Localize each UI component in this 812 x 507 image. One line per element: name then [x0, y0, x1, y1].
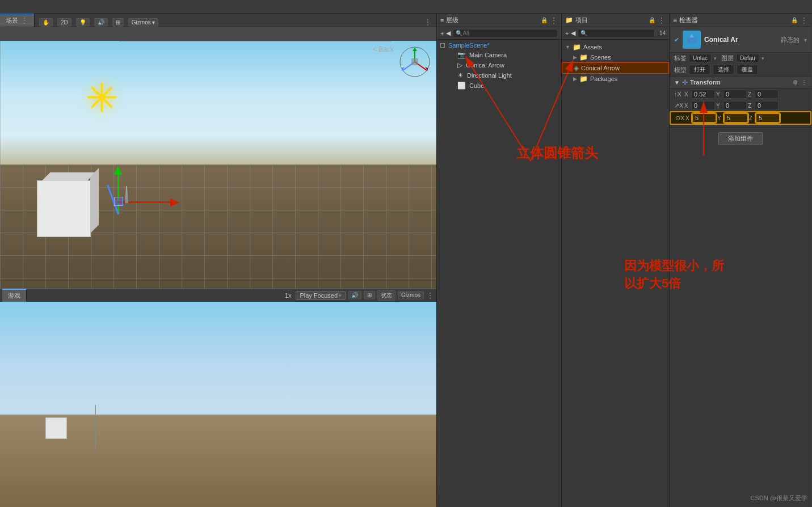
hierarchy-back-btn[interactable]: ◀ — [446, 29, 451, 37]
project-item-conical-arrow[interactable]: ◈ Conical Arrow — [562, 62, 669, 74]
hand-tool-btn[interactable]: ✋ — [39, 18, 53, 27]
project-item[interactable]: ▶ 📁 Scenes — [562, 52, 669, 62]
inspector-lock-icon[interactable]: 🔒 — [791, 17, 798, 23]
obj-active-checkbox[interactable]: ✔ — [674, 36, 679, 44]
hierarchy-item[interactable]: ⬜ Cube — [437, 81, 561, 91]
search-icon: 🔍 — [456, 30, 462, 36]
scenes-label: Scenes — [590, 54, 611, 61]
play-focused-btn[interactable]: Play Focused ▾ — [296, 291, 346, 300]
hierarchy-add-btn[interactable]: + — [440, 30, 444, 37]
scene-tab-more[interactable]: ⋮ — [20, 16, 28, 25]
project-add-btn[interactable]: + — [565, 30, 569, 37]
gizmos-btn[interactable]: Gizmos ▾ — [128, 18, 159, 27]
rotation-label: ↗X — [674, 102, 682, 109]
project-lock-icon[interactable]: 🔒 — [649, 17, 655, 23]
project-more-icon[interactable]: ⋮ — [658, 16, 666, 25]
left-ruler — [0, 41, 1, 288]
scene-tab-bar: 场景 ⋮ ✋ 2D 💡 🔊 ⊞ Gizmos ▾ ⋮ — [0, 14, 436, 27]
hierarchy-sub-toolbar: + ◀ 🔍 — [437, 27, 561, 40]
project-title: 项目 — [575, 16, 646, 24]
hierarchy-item[interactable]: ▷ Conical Arrow — [437, 60, 561, 70]
pos-z-input[interactable] — [755, 90, 779, 99]
hierarchy-search-input[interactable] — [462, 30, 555, 36]
gizmo-y-arrow — [114, 166, 122, 175]
game-more-btn[interactable]: ⋮ — [426, 291, 434, 300]
project-header: 📁 项目 🔒 ⋮ — [562, 14, 669, 27]
hierarchy-item[interactable]: ☀ Directional Light — [437, 70, 561, 81]
select-btn[interactable]: 选择 — [713, 65, 734, 75]
back-btn[interactable]: < Back — [373, 45, 394, 53]
packages-expand-arrow: ▶ — [573, 76, 577, 82]
prefab-row: 模型 打开 选择 覆盖 — [670, 64, 811, 77]
scene-tab[interactable]: 场景 ⋮ — [0, 14, 35, 27]
game-stats-btn[interactable]: ⊞ — [364, 291, 375, 299]
sun-icon: ✳ — [85, 75, 119, 121]
gizmo-center — [114, 197, 123, 206]
scale-row: ⊙X X Y Z — [670, 111, 811, 125]
open-btn[interactable]: 打开 — [689, 65, 710, 75]
overrides-btn[interactable]: 覆盖 — [737, 65, 758, 75]
assets-label: Assets — [583, 44, 602, 50]
py-label: Y — [716, 91, 722, 98]
hierarchy-menu-icon: ≡ — [440, 17, 444, 24]
obj-icon — [683, 31, 701, 49]
project-item[interactable]: ▼ 📁 Assets — [562, 42, 669, 52]
scale-z-input[interactable] — [756, 113, 780, 122]
game-tab[interactable]: 游戏 — [2, 289, 27, 302]
project-search-icon: 🔍 — [580, 30, 587, 36]
rotation-row: ↗X X Y Z — [670, 100, 811, 111]
static-label: 静态的 — [781, 36, 800, 44]
hierarchy-lock-icon[interactable]: 🔒 — [541, 17, 548, 23]
inspector-title: 检查器 — [679, 16, 789, 24]
obj-info: Conical Ar — [704, 36, 777, 44]
transform-section: ▼ ⊹ Transform ⚙ ⋮ ↑X X Y Z — [670, 77, 811, 128]
scene-more-btn[interactable]: ⋮ — [424, 18, 432, 27]
hierarchy-item[interactable]: 📷 Main Camera — [437, 50, 561, 60]
project-item[interactable]: ▶ 📁 Packages — [562, 74, 669, 84]
game-gizmos-btn[interactable]: Gizmos — [398, 291, 424, 299]
scale-y-input[interactable] — [724, 113, 748, 122]
ruler-line — [119, 41, 391, 41]
game-canvas — [0, 302, 436, 507]
audio-btn[interactable]: 🔊 — [94, 18, 108, 27]
rot-x-input[interactable] — [691, 101, 715, 110]
game-audio-btn[interactable]: 🔊 — [348, 291, 361, 299]
inspector-more-icon[interactable]: ⋮ — [800, 16, 808, 25]
project-search-box[interactable]: 🔍 — [578, 29, 654, 38]
game-view: 游戏 1x Play Focused ▾ 🔊 ⊞ 状态 Gizmos ⋮ — [0, 288, 436, 507]
transform-header[interactable]: ▼ ⊹ Transform ⚙ ⋮ — [670, 77, 811, 88]
gizmo-y-axis — [117, 175, 119, 214]
layer-dropdown[interactable]: Defau — [736, 54, 759, 62]
pos-x-input[interactable] — [691, 90, 715, 99]
game-status-btn[interactable]: 状态 — [377, 290, 396, 301]
hierarchy-panel: ≡ 层级 🔒 ⋮ + ◀ 🔍 SampleScene* 📷 Main Came — [437, 14, 562, 507]
tag-dropdown[interactable]: Untac — [689, 54, 712, 62]
game-tab-label: 游戏 — [8, 291, 20, 300]
light-btn[interactable]: 💡 — [76, 18, 90, 27]
scale-x-input[interactable] — [692, 113, 716, 122]
hierarchy-search-box[interactable]: 🔍 — [453, 29, 558, 38]
cube-label: Cube — [469, 82, 484, 89]
static-dropdown[interactable]: ▾ — [804, 37, 807, 43]
transform-more-icon[interactable]: ⋮ — [801, 79, 807, 86]
project-back-btn[interactable]: ◀ — [571, 29, 575, 37]
rot-z-input[interactable] — [755, 101, 779, 110]
hierarchy-item[interactable]: SampleScene* — [437, 41, 561, 50]
hierarchy-more-icon[interactable]: ⋮ — [550, 16, 558, 25]
layer-label: 图层 — [721, 54, 734, 62]
svg-marker-9 — [689, 34, 694, 37]
transform-gear-icon[interactable]: ⚙ — [793, 79, 798, 86]
layer-arrow[interactable]: ▾ — [761, 56, 764, 61]
scene-view: ✳ — [0, 27, 436, 288]
2d-btn[interactable]: 2D — [57, 18, 71, 27]
packages-folder-icon: 📁 — [579, 75, 588, 83]
play-focused-dropdown[interactable]: ▾ — [339, 293, 342, 298]
layers-btn[interactable]: ⊞ — [112, 18, 124, 27]
pos-y-input[interactable] — [723, 90, 747, 99]
tag-arrow[interactable]: ▾ — [714, 56, 717, 61]
project-panel: 📁 项目 🔒 ⋮ + ◀ 🔍 14 ▼ 📁 Assets ▶ 📁 S — [562, 14, 670, 507]
add-component-btn[interactable]: 添加组件 — [718, 132, 763, 145]
rot-y-input[interactable] — [723, 101, 747, 110]
nav-gizmo[interactable] — [399, 47, 431, 78]
play-focused-label: Play Focused — [300, 292, 338, 299]
